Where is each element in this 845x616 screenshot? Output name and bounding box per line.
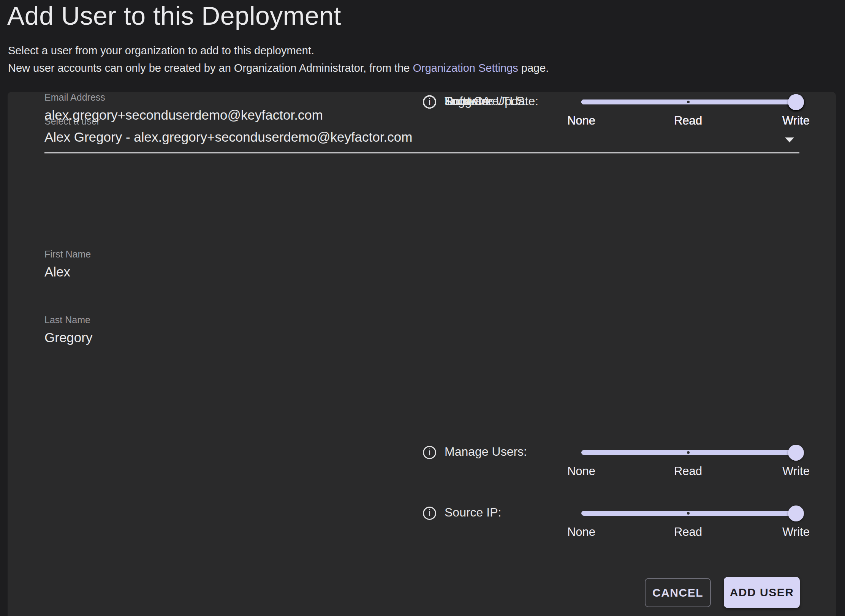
permission-row-source-ip: i Source IP: None Read Write: [420, 503, 823, 551]
email-address-value: alex.gregory+seconduserdemo@keyfactor.co…: [44, 107, 405, 123]
scale-label-read: Read: [674, 525, 702, 539]
scale-label-none: None: [567, 464, 595, 478]
scale-label-write: Write: [782, 464, 810, 478]
permission-slider[interactable]: [581, 442, 804, 462]
first-name-field: First Name Alex: [44, 249, 405, 280]
organization-settings-link[interactable]: Organization Settings: [413, 62, 518, 74]
select-underline: [44, 152, 799, 153]
email-address-field: Email Address alex.gregory+seconduserdem…: [44, 92, 405, 123]
slider-read-tick: [687, 101, 690, 103]
scale-label-none: None: [567, 114, 595, 128]
slider-read-tick: [687, 451, 690, 454]
page-subtitle: Select a user from your organization to …: [8, 42, 549, 77]
last-name-label: Last Name: [44, 314, 405, 325]
first-name-value: Alex: [44, 264, 405, 280]
permission-row-manage-users: i Manage Users: None Read Write: [420, 442, 823, 490]
permission-label: Manage Users:: [445, 445, 527, 459]
scale-label-none: None: [567, 525, 595, 539]
permission-label: Source IP:: [445, 505, 501, 520]
slider-thumb[interactable]: [788, 94, 804, 110]
slider-thumb[interactable]: [788, 445, 804, 461]
scale-label-write: Write: [782, 114, 810, 128]
scale-label-write: Write: [782, 525, 810, 539]
info-icon[interactable]: i: [423, 507, 436, 520]
slider-read-tick: [687, 512, 690, 515]
subtitle-line2-suffix: page.: [518, 62, 549, 74]
permission-slider[interactable]: [581, 503, 804, 523]
scale-label-read: Read: [674, 464, 702, 478]
info-icon[interactable]: i: [423, 95, 436, 109]
permission-row-truststore-tls: i Truststore/TLS: None Read Write: [420, 92, 823, 139]
slider-thumb[interactable]: [788, 505, 804, 521]
info-icon[interactable]: i: [423, 446, 436, 459]
permission-slider[interactable]: [581, 92, 804, 112]
subtitle-line1: Select a user from your organization to …: [8, 44, 314, 57]
subtitle-line2-prefix: New user accounts can only be created by…: [8, 62, 413, 74]
add-user-card: Select a user Alex Gregory - alex.gregor…: [8, 92, 836, 616]
scale-label-read: Read: [674, 114, 702, 128]
last-name-value: Gregory: [44, 330, 405, 345]
add-user-button[interactable]: ADD USER: [724, 577, 800, 608]
select-user-value: Alex Gregory - alex.gregory+seconduserde…: [44, 130, 412, 145]
add-user-dialog: Add User to this Deployment Select a use…: [0, 0, 845, 616]
first-name-label: First Name: [44, 249, 405, 260]
cancel-button[interactable]: CANCEL: [645, 578, 711, 607]
last-name-field: Last Name Gregory: [44, 314, 405, 345]
page-title: Add User to this Deployment: [7, 1, 341, 30]
permission-label: Truststore/TLS:: [445, 94, 528, 108]
email-address-label: Email Address: [44, 92, 405, 103]
